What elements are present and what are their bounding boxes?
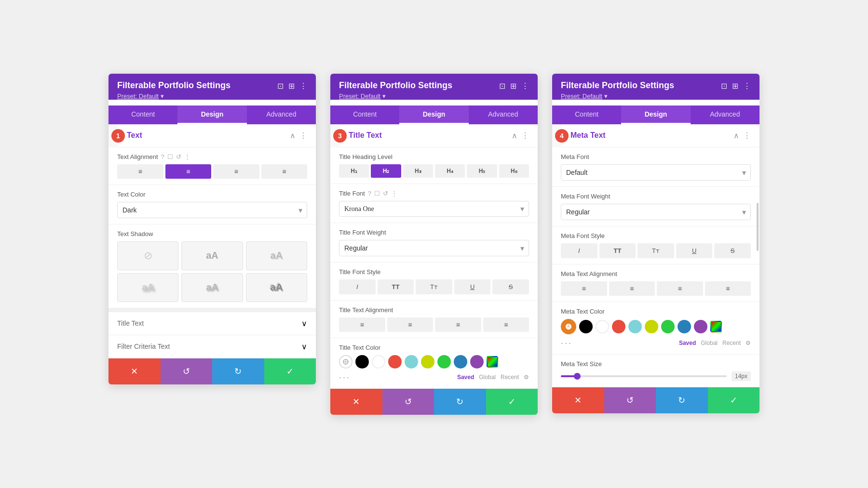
meta-align-center[interactable]: ≡ <box>609 281 655 296</box>
section-3-more-icon[interactable]: ⋮ <box>743 131 751 140</box>
meta-size-slider-track[interactable] <box>561 375 727 377</box>
title-font-weight-select[interactable]: Regular Bold <box>339 240 529 256</box>
meta-color-green[interactable] <box>661 320 675 333</box>
cancel-button-2[interactable]: ✕ <box>330 389 382 415</box>
filter-criteria-section[interactable]: Filter Criteria Text ∨ <box>108 335 316 358</box>
meta-color-purple[interactable] <box>694 320 707 333</box>
device-icon[interactable]: ☐ <box>167 153 173 160</box>
cancel-button-3[interactable]: ✕ <box>552 387 604 413</box>
italic-btn[interactable]: I <box>339 279 376 294</box>
redo-button-2[interactable]: ↻ <box>434 389 486 415</box>
meta-global-tab[interactable]: Global <box>701 340 718 346</box>
cancel-button-1[interactable]: ✕ <box>108 358 161 384</box>
title-text-section[interactable]: Title Text ∨ <box>108 312 316 335</box>
h2-btn[interactable]: H₂ <box>371 164 401 178</box>
confirm-button-1[interactable]: ✓ <box>264 358 316 384</box>
meta-font-select[interactable]: Default <box>561 164 751 181</box>
undo-button-2[interactable]: ↺ <box>382 389 434 415</box>
color-white[interactable] <box>372 355 385 369</box>
align-justify[interactable]: ≡ <box>261 164 308 179</box>
color-cyan[interactable] <box>405 355 418 369</box>
meta-uppercase-btn[interactable]: TT <box>599 243 636 258</box>
align-right[interactable]: ≡ <box>213 164 259 179</box>
meta-color-white[interactable] <box>596 320 609 333</box>
font-more-icon[interactable]: ⋮ <box>391 190 397 197</box>
meta-color-blue[interactable] <box>678 320 691 333</box>
screen-icon[interactable]: ⊡ <box>277 81 284 91</box>
meta-capitalize-btn[interactable]: Tᴛ <box>637 243 674 258</box>
font-device-icon[interactable]: ☐ <box>374 190 380 197</box>
meta-align-right[interactable]: ≡ <box>657 281 703 296</box>
collapse-icon-2[interactable]: ∧ <box>512 131 517 140</box>
layout-icon[interactable]: ⊞ <box>288 81 295 91</box>
meta-settings-icon[interactable]: ⚙ <box>746 340 751 346</box>
color-yellow[interactable] <box>421 355 434 369</box>
font-reset-icon[interactable]: ↺ <box>383 190 388 197</box>
section-2-more-icon[interactable]: ⋮ <box>521 131 529 140</box>
meta-more-colors-btn[interactable]: ··· <box>561 338 572 348</box>
tab-content-2[interactable]: Content <box>330 106 399 124</box>
color-picker-btn[interactable] <box>339 355 353 369</box>
title-align-left[interactable]: ≡ <box>339 317 385 332</box>
meta-underline-btn[interactable]: U <box>676 243 713 258</box>
tab-advanced-2[interactable]: Advanced <box>469 106 538 124</box>
meta-color-black[interactable] <box>579 320 593 333</box>
confirm-button-2[interactable]: ✓ <box>486 389 538 415</box>
tab-design-3[interactable]: Design <box>621 106 690 124</box>
reset-icon[interactable]: ↺ <box>176 153 181 160</box>
settings-icon[interactable]: ⚙ <box>524 374 529 381</box>
tab-content-3[interactable]: Content <box>552 106 621 124</box>
underline-btn[interactable]: U <box>454 279 491 294</box>
collapse-icon-3[interactable]: ∧ <box>733 131 739 140</box>
layout-icon-3[interactable]: ⊞ <box>732 81 738 91</box>
section-more-icon[interactable]: ⋮ <box>299 131 307 140</box>
title-align-center[interactable]: ≡ <box>387 317 434 332</box>
h6-btn[interactable]: H₆ <box>499 164 529 178</box>
help-icon[interactable]: ? <box>161 153 164 160</box>
more-icon-3[interactable]: ⋮ <box>743 81 751 91</box>
redo-button-3[interactable]: ↻ <box>656 387 708 413</box>
shadow-1[interactable]: aA <box>181 241 243 270</box>
tab-design-2[interactable]: Design <box>399 106 468 124</box>
tab-design-1[interactable]: Design <box>177 106 246 124</box>
h1-btn[interactable]: H₁ <box>339 164 369 178</box>
tab-content-1[interactable]: Content <box>108 106 177 124</box>
h4-btn[interactable]: H₄ <box>435 164 465 178</box>
redo-button-1[interactable]: ↻ <box>212 358 264 384</box>
meta-align-justify[interactable]: ≡ <box>705 281 751 296</box>
recent-tab[interactable]: Recent <box>501 374 519 381</box>
shadow-4[interactable]: aA <box>181 273 243 302</box>
undo-button-3[interactable]: ↺ <box>604 387 656 413</box>
color-green[interactable] <box>437 355 451 369</box>
meta-size-slider-thumb[interactable] <box>574 373 581 380</box>
h3-btn[interactable]: H₃ <box>403 164 433 178</box>
tab-advanced-1[interactable]: Advanced <box>247 106 316 124</box>
expand-icon[interactable]: ∨ <box>301 319 307 328</box>
color-blue[interactable] <box>454 355 467 369</box>
screen-icon-3[interactable]: ⊡ <box>721 81 727 91</box>
meta-color-cyan[interactable] <box>628 320 642 333</box>
meta-color-gradient[interactable] <box>710 321 722 332</box>
meta-color-picker-btn[interactable] <box>561 319 576 334</box>
meta-color-yellow[interactable] <box>645 320 658 333</box>
color-gradient[interactable] <box>487 356 498 368</box>
more-colors-btn[interactable]: ··· <box>339 372 351 382</box>
capitalize-btn[interactable]: Tᴛ <box>416 279 452 294</box>
align-left[interactable]: ≡ <box>117 164 163 179</box>
tab-advanced-3[interactable]: Advanced <box>691 106 760 124</box>
confirm-button-3[interactable]: ✓ <box>708 387 760 413</box>
title-align-justify[interactable]: ≡ <box>483 317 529 332</box>
font-help-icon[interactable]: ? <box>368 190 371 197</box>
title-align-right[interactable]: ≡ <box>435 317 481 332</box>
title-font-select[interactable]: Krona One <box>339 201 529 217</box>
global-tab[interactable]: Global <box>479 374 496 381</box>
uppercase-btn[interactable]: TT <box>378 279 414 294</box>
collapse-icon[interactable]: ∧ <box>290 131 296 140</box>
shadow-2[interactable]: aA <box>246 241 307 270</box>
color-purple[interactable] <box>470 355 484 369</box>
meta-recent-tab[interactable]: Recent <box>722 340 741 346</box>
strikethrough-btn[interactable]: S <box>492 279 529 294</box>
meta-strikethrough-btn[interactable]: S <box>714 243 751 258</box>
meta-saved-tab[interactable]: Saved <box>679 340 696 346</box>
color-black[interactable] <box>355 355 369 369</box>
